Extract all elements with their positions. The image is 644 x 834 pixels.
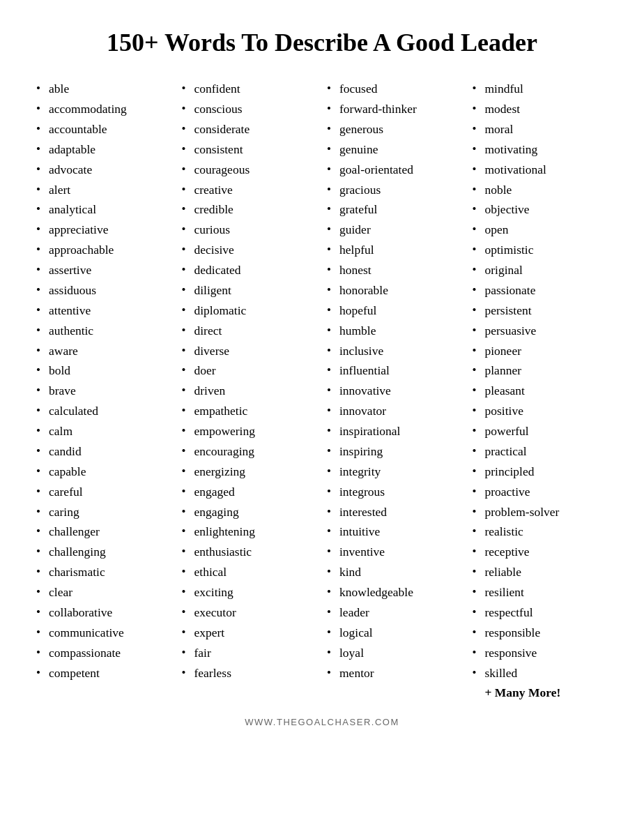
list-item: approachable (35, 240, 174, 260)
list-item: moral (471, 119, 610, 139)
list-item: attentive (35, 301, 174, 321)
list-item: decisive (181, 240, 319, 260)
list-item: fearless (181, 663, 319, 683)
list-item: authentic (35, 321, 174, 341)
list-item: passionate (471, 280, 610, 301)
list-item: executor (181, 602, 319, 623)
list-item: problem-solver (471, 502, 610, 522)
list-item: hopeful (325, 301, 464, 321)
list-item: engaged (181, 482, 319, 502)
list-item: integrous (325, 482, 464, 502)
list-item: goal-orientated (325, 160, 464, 180)
list-item: skilled (471, 663, 610, 683)
list-item: alert (35, 180, 174, 200)
list-item: capable (35, 462, 174, 482)
list-item: charismatic (35, 562, 174, 582)
list-item: principled (471, 462, 610, 482)
list-item: focused (325, 79, 464, 99)
list-item: loyal (325, 643, 464, 663)
list-item: influential (325, 361, 464, 381)
list-item: ethical (181, 562, 319, 582)
list-item: persistent (471, 301, 610, 321)
list-item: compassionate (35, 643, 174, 663)
list-item: brave (35, 381, 174, 401)
list-item: fair (181, 643, 319, 663)
list-item: noble (471, 180, 610, 200)
list-item: courageous (181, 160, 319, 180)
list-item: empowering (181, 421, 319, 441)
list-item: consistent (181, 139, 319, 160)
list-item: guider (325, 220, 464, 240)
list-item: reliable (471, 562, 610, 582)
list-item: forward-thinker (325, 99, 464, 119)
list-item: engaging (181, 502, 319, 522)
list-item: driven (181, 381, 319, 401)
list-item: optimistic (471, 240, 610, 260)
list-item: direct (181, 321, 319, 341)
list-item: respectful (471, 602, 610, 623)
list-item: assiduous (35, 280, 174, 301)
list-item: accountable (35, 119, 174, 139)
list-item: challenger (35, 522, 174, 542)
list-item: genuine (325, 139, 464, 160)
list-item: practical (471, 441, 610, 462)
list-item: collaborative (35, 602, 174, 623)
list-item: powerful (471, 421, 610, 441)
column-4: mindfulmodestmoralmotivatingmotivational… (471, 79, 610, 703)
list-item: innovative (325, 381, 464, 401)
list-item: empathetic (181, 401, 319, 421)
list-item: motivational (471, 160, 610, 180)
list-item: planner (471, 361, 610, 381)
list-item: mindful (471, 79, 610, 99)
list-item: humble (325, 321, 464, 341)
list-item: enthusiastic (181, 542, 319, 562)
list-item: careful (35, 482, 174, 502)
list-item: honest (325, 260, 464, 280)
list-item: candid (35, 441, 174, 462)
list-item: inclusive (325, 341, 464, 361)
list-item: diverse (181, 341, 319, 361)
list-item: caring (35, 502, 174, 522)
list-item: interested (325, 502, 464, 522)
list-item: able (35, 79, 174, 99)
list-item: inventive (325, 542, 464, 562)
list-item: integrity (325, 462, 464, 482)
list-item: bold (35, 361, 174, 381)
page-title: 150+ Words To Describe A Good Leader (35, 28, 609, 58)
list-item: gracious (325, 180, 464, 200)
list-item: motivating (471, 139, 610, 160)
list-item: pioneer (471, 341, 610, 361)
column-1: ableaccommodatingaccountableadaptableadv… (35, 79, 174, 703)
list-item: competent (35, 663, 174, 683)
list-item: adaptable (35, 139, 174, 160)
list-item: responsive (471, 643, 610, 663)
list-item: encouraging (181, 441, 319, 462)
list-item: conscious (181, 99, 319, 119)
list-item: leader (325, 602, 464, 623)
list-item: calm (35, 421, 174, 441)
list-item: realistic (471, 522, 610, 542)
list-item: pleasant (471, 381, 610, 401)
list-item: logical (325, 623, 464, 643)
list-item: energizing (181, 462, 319, 482)
list-item: receptive (471, 542, 610, 562)
list-item: knowledgeable (325, 582, 464, 602)
list-item: generous (325, 119, 464, 139)
list-item: clear (35, 582, 174, 602)
list-item: doer (181, 361, 319, 381)
list-item: persuasive (471, 321, 610, 341)
list-item: modest (471, 99, 610, 119)
list-item: accommodating (35, 99, 174, 119)
list-item: diligent (181, 280, 319, 301)
extra-text: + Many More! (471, 683, 610, 703)
list-item: credible (181, 199, 319, 220)
list-item: confident (181, 79, 319, 99)
list-item: dedicated (181, 260, 319, 280)
list-item: resilient (471, 582, 610, 602)
list-item: helpful (325, 240, 464, 260)
list-item: curious (181, 220, 319, 240)
list-item: advocate (35, 160, 174, 180)
list-item: responsible (471, 623, 610, 643)
list-item: innovator (325, 401, 464, 421)
list-item: appreciative (35, 220, 174, 240)
